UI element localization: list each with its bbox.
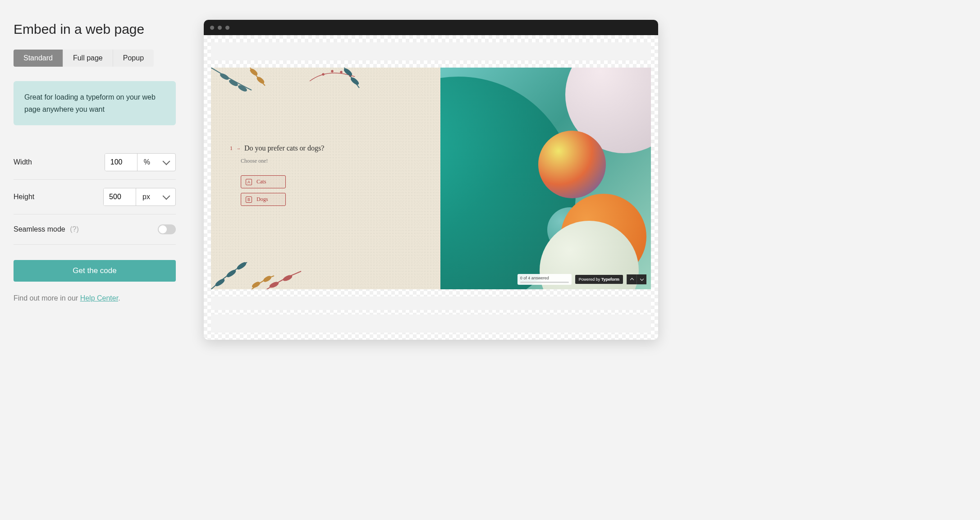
leaf-decoration-icon xyxy=(305,68,377,99)
svg-point-16 xyxy=(252,281,261,288)
form-image-pane: 0 of 4 answered Powered by Typeform xyxy=(440,68,651,289)
svg-point-15 xyxy=(283,274,293,282)
chevron-down-icon xyxy=(640,277,643,281)
help-suffix: . xyxy=(118,294,120,302)
seamless-label-wrap: Seamless mode (?) xyxy=(14,225,79,233)
leaf-decoration-icon xyxy=(211,68,297,117)
question-text: Do you prefer cats or dogs? xyxy=(244,144,324,152)
svg-point-3 xyxy=(250,68,258,76)
leaf-decoration-icon xyxy=(211,240,333,289)
height-input-group: px xyxy=(103,188,176,206)
toggle-knob xyxy=(159,225,167,233)
seamless-row: Seamless mode (?) xyxy=(14,214,176,245)
question-row: 1 → Do you prefer cats or dogs? xyxy=(230,144,440,152)
width-unit-text: % xyxy=(144,158,150,166)
svg-point-5 xyxy=(322,73,324,75)
powered-brand: Typeform xyxy=(601,277,619,282)
question-number: 1 xyxy=(230,145,233,152)
height-unit-select[interactable]: px xyxy=(136,188,175,205)
placeholder-group xyxy=(211,296,651,333)
page-title: Embed in a web page xyxy=(14,22,176,37)
help-center-link[interactable]: Help Center xyxy=(80,294,119,302)
progress-track xyxy=(520,282,569,283)
bubble-decoration-icon xyxy=(538,131,606,198)
svg-point-12 xyxy=(226,269,237,278)
svg-point-0 xyxy=(220,73,229,81)
next-button[interactable] xyxy=(637,274,646,284)
width-label: Width xyxy=(14,158,32,166)
chevron-up-icon xyxy=(630,278,633,282)
traffic-light-icon xyxy=(210,26,214,30)
help-line: Find out more in our Help Center. xyxy=(14,294,176,302)
width-input[interactable] xyxy=(105,154,137,171)
svg-point-11 xyxy=(215,278,225,287)
chevron-down-icon xyxy=(163,158,170,165)
tab-popup[interactable]: Popup xyxy=(113,50,154,67)
arrow-right-icon: → xyxy=(236,146,241,151)
powered-prefix: Powered by xyxy=(579,277,601,282)
tab-standard[interactable]: Standard xyxy=(14,50,63,67)
svg-point-17 xyxy=(263,275,272,283)
tab-full-page[interactable]: Full page xyxy=(63,50,113,67)
embed-mode-tabs: Standard Full page Popup xyxy=(14,50,154,67)
get-code-button[interactable]: Get the code xyxy=(14,260,176,282)
height-label: Height xyxy=(14,193,34,201)
prev-button[interactable] xyxy=(627,274,637,284)
width-input-group: % xyxy=(105,153,176,171)
chevron-down-icon xyxy=(163,192,170,200)
traffic-light-icon xyxy=(218,26,222,30)
traffic-light-icon xyxy=(225,26,229,30)
progress-box: 0 of 4 answered xyxy=(517,274,572,285)
form-question-pane: 1 → Do you prefer cats or dogs? Choose o… xyxy=(211,68,440,289)
help-icon[interactable]: (?) xyxy=(70,225,79,233)
placeholder-bar xyxy=(211,296,651,310)
svg-point-4 xyxy=(256,76,265,84)
svg-point-14 xyxy=(269,281,279,288)
svg-point-10 xyxy=(350,77,359,86)
settings-panel: Embed in a web page Standard Full page P… xyxy=(0,0,189,360)
powered-by-badge[interactable]: Powered by Typeform xyxy=(575,275,623,284)
height-input[interactable] xyxy=(104,188,136,205)
height-unit-text: px xyxy=(142,193,150,201)
browser-mock: 1 → Do you prefer cats or dogs? Choose o… xyxy=(204,20,658,340)
width-row: Width % xyxy=(14,145,176,180)
height-row: Height px xyxy=(14,180,176,214)
svg-point-7 xyxy=(340,71,342,73)
svg-point-13 xyxy=(237,261,247,270)
seamless-label: Seamless mode xyxy=(14,225,65,233)
seamless-toggle[interactable] xyxy=(158,224,176,234)
help-prefix: Find out more in our xyxy=(14,294,80,302)
placeholder-bar xyxy=(211,42,651,60)
placeholder-bar xyxy=(211,315,651,333)
browser-titlebar xyxy=(204,20,658,35)
progress-text: 0 of 4 answered xyxy=(520,276,569,280)
page-mock: 1 → Do you prefer cats or dogs? Choose o… xyxy=(204,35,658,340)
info-box: Great for loading a typeform on your web… xyxy=(14,81,176,125)
width-unit-select[interactable]: % xyxy=(137,154,175,171)
form-footer: 0 of 4 answered Powered by Typeform xyxy=(517,274,646,285)
svg-point-6 xyxy=(331,70,333,72)
preview-area: 1 → Do you prefer cats or dogs? Choose o… xyxy=(189,0,676,360)
svg-point-9 xyxy=(343,68,353,77)
form-nav xyxy=(627,274,646,284)
typeform-embed: 1 → Do you prefer cats or dogs? Choose o… xyxy=(211,68,651,289)
